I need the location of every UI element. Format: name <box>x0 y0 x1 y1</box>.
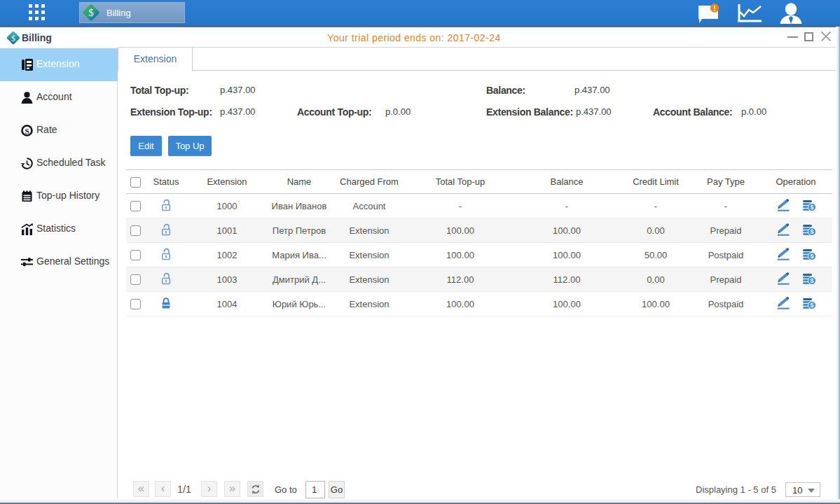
svg-text:$: $ <box>810 204 813 211</box>
svg-text:$: $ <box>88 7 94 18</box>
svg-text:!: ! <box>713 5 715 13</box>
svg-text:$: $ <box>810 253 813 260</box>
svg-text:$: $ <box>810 228 813 235</box>
svg-text:$: $ <box>11 34 15 43</box>
svg-text:$: $ <box>810 277 813 284</box>
svg-text:S: S <box>25 127 29 135</box>
svg-text:$: $ <box>810 302 813 309</box>
